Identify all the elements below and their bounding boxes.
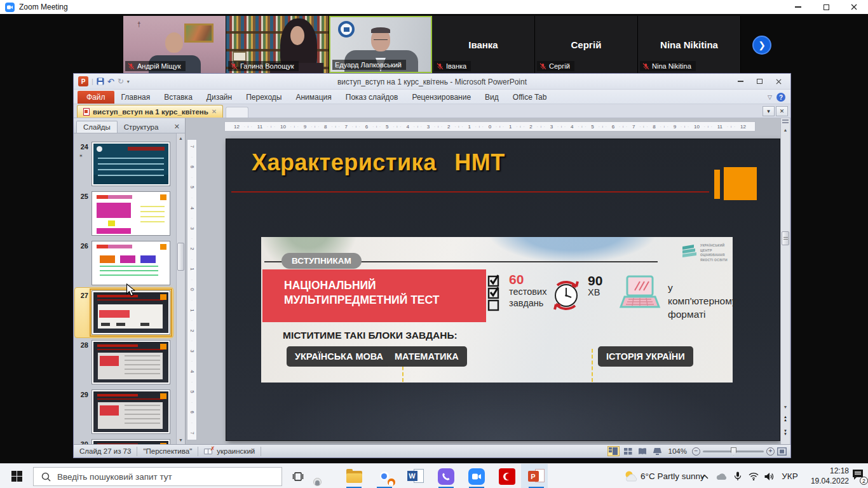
start-button[interactable] <box>5 464 28 488</box>
ppt-close-button[interactable] <box>769 76 788 88</box>
tab-list-dropdown-button[interactable]: ▾ <box>763 106 775 116</box>
zoom-minimize-button[interactable] <box>784 0 812 14</box>
ribbon-tab-home[interactable]: Главная <box>114 91 158 104</box>
microphone-tray-icon[interactable] <box>730 464 745 488</box>
normal-view-button[interactable] <box>607 446 620 456</box>
search-placeholder: Введіть пошуковий запит тут <box>57 472 172 482</box>
taskbar-edge-icon[interactable] <box>313 464 334 488</box>
slide-canvas[interactable]: Характеристика НМТ ВСТУПНИКАМ НАЦІОНАЛЬН… <box>226 139 780 440</box>
panel-tab-outline[interactable]: Структура <box>118 121 165 133</box>
canvas-scrollbar-thumb[interactable] <box>782 231 789 245</box>
participant-video-galyna[interactable]: Галина Волощук <box>226 16 329 73</box>
ribbon-tab-slideshow[interactable]: Показ слайдов <box>339 91 405 104</box>
ribbon-tab-animations[interactable]: Анимация <box>288 91 338 104</box>
scroll-up-icon[interactable]: ▲ <box>177 133 185 142</box>
zoom-maximize-button[interactable] <box>812 0 840 14</box>
ribbon-tab-view[interactable]: Вид <box>478 91 506 104</box>
canvas-scrollbar[interactable]: ▲ ▼ ▲▲ ▼▼ <box>780 118 790 444</box>
slide-counter: Слайд 27 из 73 <box>74 447 137 456</box>
taskbar-clock[interactable]: 12:18 19.04.2022 <box>811 464 849 488</box>
slide-number: 27 <box>75 292 88 299</box>
language-indicator[interactable]: УКР <box>779 464 801 488</box>
help-icon[interactable]: ? <box>776 93 785 102</box>
previous-slide-button[interactable]: ▲▲ <box>781 412 790 425</box>
slide-thumbnail[interactable] <box>92 340 170 384</box>
ribbon-tab-file[interactable]: Файл <box>78 91 114 104</box>
ppt-minimize-button[interactable] <box>731 76 750 88</box>
taskbar-red-app-icon[interactable] <box>496 464 518 488</box>
ribbon-tab-design[interactable]: Дизайн <box>200 91 239 104</box>
panel-tab-slides[interactable]: Слайды <box>76 121 118 133</box>
zoom-level[interactable]: 104% <box>666 447 689 455</box>
slide-thumbnail[interactable] <box>92 439 170 444</box>
zoom-gallery-strip: † Андрій Міщук Галина Волощук <box>123 16 741 73</box>
slideshow-view-button[interactable] <box>651 446 663 456</box>
panel-scrollbar[interactable]: ▲ ▼ <box>176 133 185 444</box>
participant-tile-sergiy[interactable]: Сергій Сергій <box>535 16 638 73</box>
wall-painting <box>184 24 214 43</box>
notification-center-icon[interactable]: 2 <box>851 469 865 483</box>
save-icon[interactable] <box>97 78 104 85</box>
scroll-up-icon[interactable]: ▲ <box>781 126 790 134</box>
ribbon-tab-review[interactable]: Рецензирование <box>405 91 478 104</box>
taskbar-powerpoint-icon[interactable]: P <box>526 464 547 488</box>
weather-icon[interactable] <box>621 464 641 488</box>
undo-icon[interactable]: ↶ <box>107 78 114 86</box>
scroll-down-icon[interactable]: ▼ <box>781 403 790 411</box>
taskbar-word-icon[interactable]: W <box>405 464 426 488</box>
taskbar-chrome-icon[interactable] <box>374 464 395 488</box>
onedrive-cloud-icon[interactable] <box>713 464 729 488</box>
zoom-slider-thumb[interactable] <box>731 447 736 456</box>
qat-dropdown-icon[interactable]: ▾ <box>127 79 130 85</box>
volume-icon[interactable] <box>761 464 778 488</box>
redo-icon[interactable]: ↻ <box>118 78 124 85</box>
slide-sorter-view-button[interactable] <box>622 446 634 456</box>
reading-view-button[interactable] <box>637 446 649 456</box>
scroll-down-icon[interactable]: ▼ <box>177 435 185 444</box>
powerpoint-logo-icon[interactable]: P <box>78 76 88 86</box>
wall-cross: † <box>137 21 141 28</box>
fit-to-window-icon[interactable] <box>777 447 787 456</box>
theme-name[interactable]: "Перспектива" <box>137 447 198 456</box>
gallery-next-page-button[interactable]: ❯ <box>752 36 771 55</box>
slide-thumbnail[interactable] <box>92 142 170 186</box>
zoom-out-button[interactable]: − <box>692 447 700 456</box>
ribbon-tab-office-tab[interactable]: Office Tab <box>506 91 554 104</box>
wifi-icon[interactable] <box>746 464 761 488</box>
document-tab-active[interactable]: виступ_вступ на 1 курс_квітень ✕ <box>77 105 223 118</box>
zoom-slider[interactable] <box>703 451 764 452</box>
block-ukrainian-language: УКРАЇНСЬКА МОВА <box>287 346 391 367</box>
taskbar-file-explorer-icon[interactable] <box>343 464 365 488</box>
participant-tile-nina[interactable]: Nina Nikitina Nina Nikitina <box>638 16 741 73</box>
tray-expand-icon[interactable] <box>697 464 712 488</box>
ribbon-collapse-icon[interactable]: ▽ <box>768 94 772 100</box>
participant-tile-ivanka[interactable]: Іванка Іванка <box>432 16 535 73</box>
slide-thumbnail[interactable] <box>92 241 170 285</box>
zoom-app-icon <box>5 3 15 12</box>
slide-number: 29 <box>75 391 88 398</box>
spelling-language[interactable]: ✗ украинский <box>198 447 261 456</box>
participant-name-label: Галина Волощук <box>228 61 299 71</box>
splitter-handle[interactable] <box>782 119 789 123</box>
ppt-maximize-button[interactable] <box>750 76 769 88</box>
tab-close-button[interactable]: ✕ <box>776 106 788 116</box>
ribbon-tab-transitions[interactable]: Переходы <box>239 91 288 104</box>
slide-thumbnail[interactable] <box>92 290 170 335</box>
zoom-close-button[interactable] <box>840 0 868 14</box>
document-tab-close-icon[interactable]: ✕ <box>212 108 217 115</box>
slide-thumb-row: 29 <box>74 390 176 434</box>
participant-video-andriy[interactable]: † Андрій Міщук <box>123 16 226 73</box>
slide-panel: Слайды Структура ✕ 24✶252627282930 ▲ ▼ <box>74 118 186 444</box>
zoom-in-button[interactable]: + <box>766 447 775 456</box>
taskbar-viber-icon[interactable] <box>435 464 457 488</box>
taskbar-search-input[interactable]: Введіть пошуковий запит тут <box>33 467 282 486</box>
next-slide-button[interactable]: ▼▼ <box>781 426 790 439</box>
document-tab-new[interactable] <box>226 107 248 118</box>
slide-thumbnail[interactable] <box>92 390 170 434</box>
participant-video-eduard-active-speaker[interactable]: Едуард Лапковський <box>329 16 432 73</box>
slide-thumbnail[interactable] <box>92 191 170 236</box>
panel-scrollbar-thumb[interactable] <box>177 243 184 271</box>
panel-close-icon[interactable]: ✕ <box>174 123 180 133</box>
taskbar-zoom-icon[interactable] <box>466 464 487 488</box>
ribbon-tab-insert[interactable]: Вставка <box>157 91 200 104</box>
